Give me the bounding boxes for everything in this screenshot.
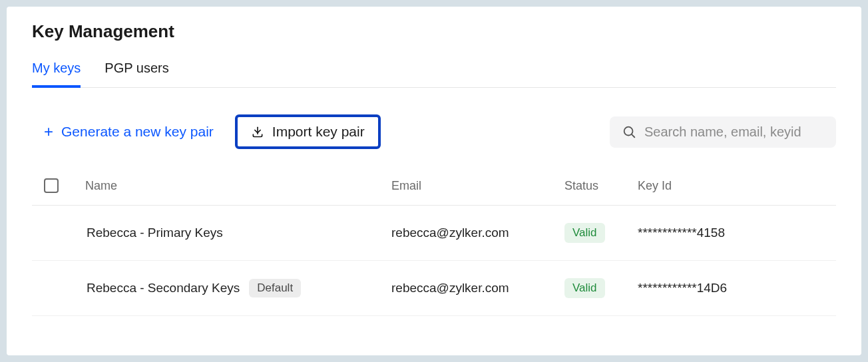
row-name: Rebecca - Primary Keys	[87, 226, 223, 240]
keys-table: Name Email Status Key Id Rebecca - Prima…	[32, 178, 836, 316]
import-key-button[interactable]: Import key pair	[235, 114, 381, 149]
key-management-panel: Key Management My keys PGP users + Gener…	[7, 7, 861, 355]
col-keyid: Key Id	[638, 179, 836, 193]
table-header: Name Email Status Key Id	[32, 178, 836, 206]
row-keyid: ************14D6	[638, 281, 836, 295]
row-email: rebecca@zylker.com	[391, 281, 564, 295]
generate-key-button[interactable]: + Generate a new key pair	[44, 124, 214, 140]
row-email: rebecca@zylker.com	[391, 226, 564, 240]
tab-my-keys[interactable]: My keys	[32, 61, 81, 88]
svg-line-2	[632, 134, 634, 137]
table-row[interactable]: Rebecca - Secondary Keys Default rebecca…	[32, 261, 836, 316]
col-status: Status	[564, 179, 638, 193]
status-badge: Valid	[564, 223, 605, 243]
search-box[interactable]	[610, 116, 836, 148]
page-title: Key Management	[32, 21, 836, 42]
import-icon	[251, 125, 264, 138]
col-name: Name	[85, 179, 391, 193]
generate-key-label: Generate a new key pair	[61, 124, 214, 140]
row-keyid: ************4158	[638, 226, 836, 240]
tabs: My keys PGP users	[32, 61, 836, 88]
col-email: Email	[391, 179, 564, 193]
import-key-label: Import key pair	[272, 124, 365, 140]
select-all-checkbox[interactable]	[44, 178, 59, 193]
plus-icon: +	[44, 124, 53, 140]
default-badge: Default	[249, 279, 301, 297]
tab-pgp-users[interactable]: PGP users	[105, 61, 168, 87]
status-badge: Valid	[564, 278, 605, 298]
toolbar: + Generate a new key pair Import key pai…	[32, 114, 836, 149]
table-row[interactable]: Rebecca - Primary Keys rebecca@zylker.co…	[32, 206, 836, 261]
search-input[interactable]	[644, 124, 824, 140]
search-icon	[622, 124, 636, 139]
row-name: Rebecca - Secondary Keys	[87, 281, 240, 295]
